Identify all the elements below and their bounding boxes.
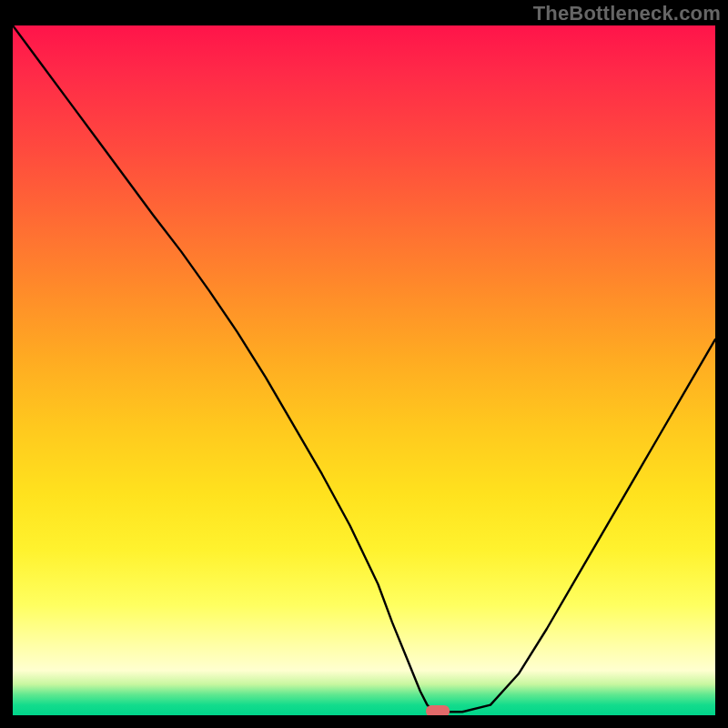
plot-area xyxy=(13,25,715,715)
chart-svg xyxy=(13,25,715,715)
minimum-marker xyxy=(426,705,450,715)
watermark-text: TheBottleneck.com xyxy=(533,2,721,25)
chart-frame: TheBottleneck.com xyxy=(0,0,728,728)
bottleneck-curve xyxy=(13,25,715,712)
